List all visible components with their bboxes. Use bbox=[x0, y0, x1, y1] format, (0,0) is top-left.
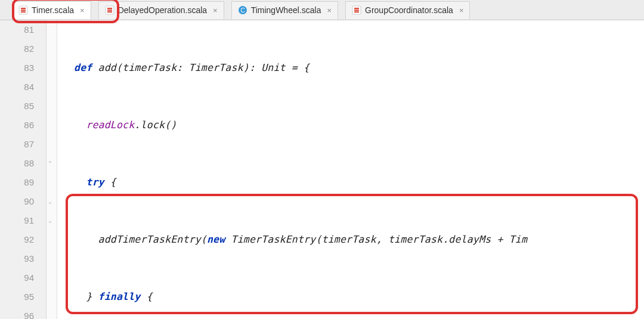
code-line: try { bbox=[74, 173, 644, 192]
tab-timer[interactable]: Timer.scala × bbox=[12, 1, 91, 19]
editor-area: 81 82 83 84 85 86 87 88 89 90 91 92 93 9… bbox=[0, 20, 644, 319]
line-number: 93 bbox=[0, 249, 34, 268]
line-number: 83 bbox=[0, 58, 34, 78]
fold-column: ⌃ ⌄ ⌄ bbox=[47, 20, 57, 319]
close-icon[interactable]: × bbox=[459, 6, 464, 15]
line-number: 89 bbox=[0, 173, 34, 192]
line-number: 81 bbox=[0, 20, 34, 39]
line-number: 87 bbox=[0, 135, 34, 154]
class-file-icon: C bbox=[238, 5, 247, 15]
line-number: 88 bbox=[0, 154, 34, 173]
editor-tabbar: Timer.scala × DelayedOperation.scala × C… bbox=[0, 0, 644, 20]
code-line: addTimerTaskEntry(new TimerTaskEntry(tim… bbox=[74, 230, 644, 249]
fold-marker-icon[interactable]: ⌄ bbox=[48, 192, 52, 211]
line-number: 82 bbox=[0, 39, 34, 58]
tab-timing-wheel[interactable]: C TimingWheel.scala × bbox=[231, 1, 338, 19]
fold-marker-icon[interactable]: ⌃ bbox=[48, 154, 52, 173]
line-number: 92 bbox=[0, 230, 34, 249]
code-editor[interactable]: def add(timerTask: TimerTask): Unit = { … bbox=[57, 20, 644, 319]
svg-text:C: C bbox=[240, 7, 244, 14]
line-number: 96 bbox=[0, 306, 34, 319]
tab-label: GroupCoordinator.scala bbox=[365, 5, 453, 15]
tab-label: TimingWheel.scala bbox=[251, 5, 321, 15]
scala-file-icon bbox=[105, 5, 114, 15]
tab-label: DelayedOperation.scala bbox=[118, 5, 207, 15]
code-line: def add(timerTask: TimerTask): Unit = { bbox=[74, 58, 644, 78]
scala-file-icon bbox=[352, 5, 361, 15]
line-number: 86 bbox=[0, 116, 34, 135]
code-line: readLock.lock() bbox=[74, 116, 644, 135]
close-icon[interactable]: × bbox=[327, 6, 332, 15]
close-icon[interactable]: × bbox=[213, 6, 218, 15]
close-icon[interactable]: × bbox=[80, 6, 85, 15]
code-line: } finally { bbox=[74, 287, 644, 306]
line-number: 95 bbox=[0, 287, 34, 306]
scala-file-icon bbox=[18, 5, 28, 15]
tab-label: Timer.scala bbox=[32, 5, 74, 15]
tab-delayed-operation[interactable]: DelayedOperation.scala × bbox=[98, 1, 224, 19]
line-number: 84 bbox=[0, 78, 34, 97]
tab-group-coordinator[interactable]: GroupCoordinator.scala × bbox=[345, 1, 470, 19]
line-number: 91 bbox=[0, 211, 34, 230]
line-number: 94 bbox=[0, 268, 34, 287]
line-number: 90 bbox=[0, 192, 34, 211]
line-number-gutter: 81 82 83 84 85 86 87 88 89 90 91 92 93 9… bbox=[0, 20, 47, 319]
fold-marker-icon[interactable]: ⌄ bbox=[48, 211, 52, 230]
line-number: 85 bbox=[0, 97, 34, 116]
